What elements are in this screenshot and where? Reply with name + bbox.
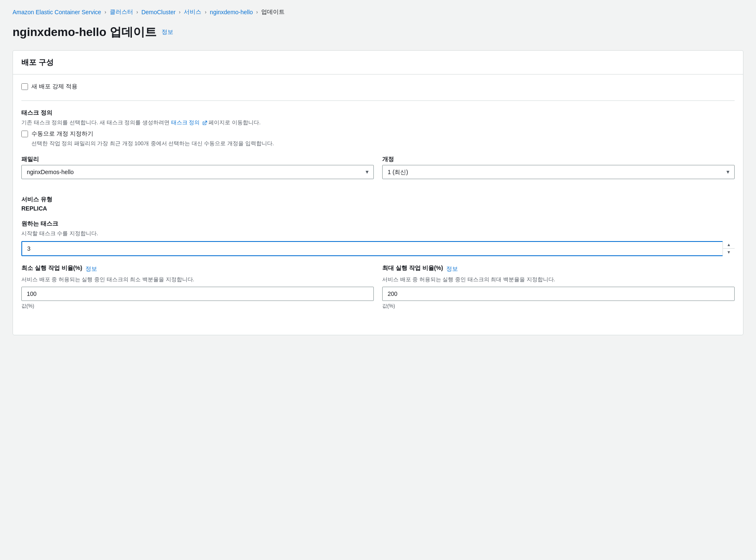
min-health-section: 최소 실행 작업 비율(%) 정보 서비스 배포 중 허용되는 실행 중인 태스… [21,265,374,310]
max-health-input[interactable] [382,287,735,301]
task-definition-link[interactable]: 태스크 정의 [171,119,200,126]
desired-tasks-increment[interactable]: ▲ [723,241,735,249]
deployment-config-body: 새 배포 강제 적용 태스크 정의 기존 태스크 정의를 선택합니다. 새 태스… [13,74,743,335]
min-health-input[interactable] [21,287,374,301]
health-percent-row: 최소 실행 작업 비율(%) 정보 서비스 배포 중 허용되는 실행 중인 태스… [21,265,735,319]
deployment-config-card: 배포 구성 새 배포 강제 적용 태스크 정의 기존 태스크 정의를 선택합니다… [13,50,743,335]
external-link-icon [202,121,207,126]
task-definition-description: 기존 태스크 정의를 선택합니다. 새 태스크 정의를 생성하려면 태스크 정의… [21,118,735,127]
section-divider-1 [21,100,735,101]
page-title-section: nginxdemo-hello 업데이트 정보 [13,24,743,40]
breadcrumb-democluster-link[interactable]: DemoCluster [141,9,176,15]
desired-tasks-decrement[interactable]: ▼ [723,249,735,256]
breadcrumb-service-name-link[interactable]: nginxdemo-hello [210,9,253,15]
revision-select-wrapper: 1 (최신) ▼ [382,165,735,179]
task-def-desc-suffix: 페이지로 이동합니다. [208,119,260,126]
desired-tasks-section: 원하는 태스크 시작할 태스크 수를 지정합니다. ▲ ▼ [21,220,735,256]
max-health-suffix: 값(%) [382,303,735,310]
breadcrumb-ecs-link[interactable]: Amazon Elastic Container Service [13,9,101,15]
manual-override-checkbox[interactable] [21,131,28,137]
family-label: 패밀리 [21,156,374,163]
service-type-value: REPLICA [21,205,735,212]
breadcrumb-sep-4: › [205,9,206,15]
page-wrapper: Amazon Elastic Container Service › 클러스터 … [0,0,756,352]
revision-label: 개정 [382,156,735,163]
desired-tasks-stepper: ▲ ▼ [723,241,735,256]
desired-tasks-input[interactable] [21,241,735,256]
revision-select[interactable]: 1 (최신) [382,165,735,179]
service-type-section: 서비스 유형 REPLICA [21,196,735,212]
family-revision-row: 패밀리 nginxDemos-hello ▼ 개정 1 (최신) ▼ [21,156,735,188]
breadcrumb-sep-3: › [179,9,180,15]
task-definition-section: 태스크 정의 기존 태스크 정의를 선택합니다. 새 태스크 정의를 생성하려면… [21,109,735,147]
service-type-label: 서비스 유형 [21,196,735,203]
family-select-wrapper: nginxDemos-hello ▼ [21,165,374,179]
breadcrumb-cluster-link[interactable]: 클러스터 [110,8,133,16]
breadcrumb-sep-5: › [256,9,258,15]
family-select[interactable]: nginxDemos-hello [21,165,374,179]
min-health-description: 서비스 배포 중 허용되는 실행 중인 태스크의 최소 백분율을 지정합니다. [21,275,374,284]
deployment-config-title: 배포 구성 [21,58,54,67]
breadcrumb-sep-1: › [105,9,106,15]
deployment-config-header: 배포 구성 [13,51,743,74]
page-info-link[interactable]: 정보 [162,28,173,36]
desired-tasks-description: 시작할 태스크 수를 지정합니다. [21,229,735,238]
force-deploy-label[interactable]: 새 배포 강제 적용 [31,83,77,90]
breadcrumb-service-link[interactable]: 서비스 [184,8,201,16]
min-health-label: 최소 실행 작업 비율(%) [21,265,82,272]
force-deploy-checkbox[interactable] [21,83,28,90]
breadcrumb: Amazon Elastic Container Service › 클러스터 … [13,8,743,16]
breadcrumb-sep-2: › [136,9,138,15]
manual-override-section: 수동으로 개정 지정하기 선택한 작업 정의 패밀리의 가장 최근 개정 100… [21,130,735,148]
family-section: 패밀리 nginxDemos-hello ▼ [21,156,374,179]
task-definition-label: 태스크 정의 [21,109,735,117]
breadcrumb-current: 업데이트 [261,8,285,16]
manual-override-description: 선택한 작업 정의 패밀리의 가장 최근 개정 100개 중에서 선택하는 대신… [31,139,735,148]
min-health-info-link[interactable]: 정보 [85,265,97,273]
manual-override-row: 수동으로 개정 지정하기 [21,130,735,138]
min-health-suffix: 값(%) [21,303,374,310]
manual-override-label[interactable]: 수동으로 개정 지정하기 [31,130,93,138]
max-health-section: 최대 실행 작업 비율(%) 정보 서비스 배포 중 허용되는 실행 중인 태스… [382,265,735,310]
revision-section: 개정 1 (최신) ▼ [382,156,735,179]
max-health-info-link[interactable]: 정보 [446,265,458,273]
page-title: nginxdemo-hello 업데이트 [13,24,157,40]
task-def-desc-prefix: 기존 태스크 정의를 선택합니다. 새 태스크 정의를 생성하려면 [21,119,171,126]
desired-tasks-label: 원하는 태스크 [21,220,735,228]
max-health-description: 서비스 배포 중 허용되는 실행 중인 태스크의 최대 백분율을 지정합니다. [382,275,735,284]
desired-tasks-input-wrapper: ▲ ▼ [21,241,735,256]
max-health-label: 최대 실행 작업 비율(%) [382,265,443,272]
force-deploy-row: 새 배포 강제 적용 [21,83,735,90]
